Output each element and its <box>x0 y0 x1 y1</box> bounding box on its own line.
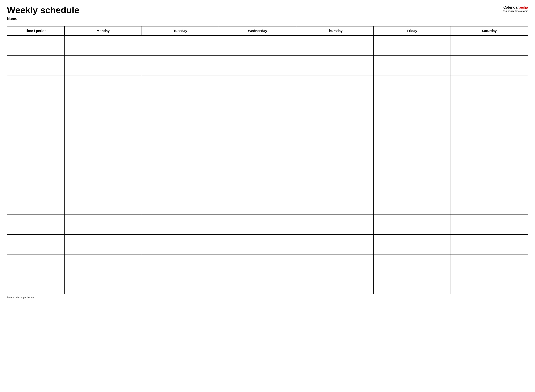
schedule-cell[interactable] <box>451 55 528 75</box>
schedule-cell[interactable] <box>296 115 373 135</box>
schedule-cell[interactable] <box>65 195 142 215</box>
schedule-cell[interactable] <box>65 215 142 234</box>
schedule-cell[interactable] <box>219 115 296 135</box>
schedule-cell[interactable] <box>142 155 219 175</box>
schedule-cell[interactable] <box>451 115 528 135</box>
schedule-cell[interactable] <box>451 215 528 234</box>
table-row <box>7 254 528 274</box>
schedule-cell[interactable] <box>373 95 451 115</box>
schedule-cell[interactable] <box>142 95 219 115</box>
schedule-cell[interactable] <box>373 215 451 234</box>
time-cell[interactable] <box>7 175 65 195</box>
schedule-cell[interactable] <box>142 195 219 215</box>
schedule-cell[interactable] <box>451 75 528 95</box>
schedule-cell[interactable] <box>65 115 142 135</box>
schedule-cell[interactable] <box>219 274 296 294</box>
schedule-cell[interactable] <box>65 55 142 75</box>
schedule-cell[interactable] <box>65 155 142 175</box>
schedule-cell[interactable] <box>219 75 296 95</box>
schedule-cell[interactable] <box>65 234 142 254</box>
schedule-cell[interactable] <box>219 254 296 274</box>
time-cell[interactable] <box>7 35 65 55</box>
schedule-cell[interactable] <box>142 175 219 195</box>
time-cell[interactable] <box>7 95 65 115</box>
time-cell[interactable] <box>7 254 65 274</box>
schedule-cell[interactable] <box>219 195 296 215</box>
time-cell[interactable] <box>7 55 65 75</box>
schedule-cell[interactable] <box>451 95 528 115</box>
schedule-cell[interactable] <box>373 175 451 195</box>
schedule-cell[interactable] <box>219 135 296 155</box>
time-cell[interactable] <box>7 155 65 175</box>
schedule-cell[interactable] <box>373 55 451 75</box>
time-cell[interactable] <box>7 75 65 95</box>
time-cell[interactable] <box>7 215 65 234</box>
schedule-cell[interactable] <box>296 75 373 95</box>
schedule-cell[interactable] <box>142 55 219 75</box>
header-wednesday: Wednesday <box>219 26 296 35</box>
table-row <box>7 135 528 155</box>
schedule-cell[interactable] <box>296 195 373 215</box>
schedule-cell[interactable] <box>373 115 451 135</box>
schedule-table: Time / period Monday Tuesday Wednesday T… <box>7 26 528 294</box>
schedule-cell[interactable] <box>142 35 219 55</box>
schedule-cell[interactable] <box>296 274 373 294</box>
schedule-cell[interactable] <box>451 35 528 55</box>
schedule-cell[interactable] <box>373 234 451 254</box>
table-row <box>7 115 528 135</box>
schedule-cell[interactable] <box>373 195 451 215</box>
schedule-cell[interactable] <box>142 135 219 155</box>
schedule-cell[interactable] <box>142 234 219 254</box>
schedule-cell[interactable] <box>219 55 296 75</box>
schedule-cell[interactable] <box>296 234 373 254</box>
schedule-cell[interactable] <box>65 135 142 155</box>
schedule-cell[interactable] <box>296 254 373 274</box>
schedule-cell[interactable] <box>219 35 296 55</box>
schedule-cell[interactable] <box>142 215 219 234</box>
schedule-cell[interactable] <box>65 95 142 115</box>
schedule-cell[interactable] <box>219 95 296 115</box>
time-cell[interactable] <box>7 135 65 155</box>
schedule-cell[interactable] <box>219 175 296 195</box>
schedule-cell[interactable] <box>296 215 373 234</box>
schedule-cell[interactable] <box>296 95 373 115</box>
schedule-cell[interactable] <box>296 35 373 55</box>
page-title: Weekly schedule <box>7 5 502 15</box>
schedule-cell[interactable] <box>65 254 142 274</box>
schedule-cell[interactable] <box>65 274 142 294</box>
schedule-cell[interactable] <box>373 35 451 55</box>
time-cell[interactable] <box>7 195 65 215</box>
schedule-cell[interactable] <box>296 175 373 195</box>
header-friday: Friday <box>373 26 451 35</box>
schedule-cell[interactable] <box>373 75 451 95</box>
schedule-cell[interactable] <box>219 155 296 175</box>
schedule-cell[interactable] <box>65 35 142 55</box>
time-cell[interactable] <box>7 274 65 294</box>
schedule-cell[interactable] <box>296 155 373 175</box>
schedule-cell[interactable] <box>373 155 451 175</box>
schedule-cell[interactable] <box>142 75 219 95</box>
schedule-cell[interactable] <box>142 115 219 135</box>
schedule-cell[interactable] <box>65 175 142 195</box>
time-cell[interactable] <box>7 115 65 135</box>
schedule-cell[interactable] <box>451 155 528 175</box>
schedule-cell[interactable] <box>451 135 528 155</box>
schedule-cell[interactable] <box>219 215 296 234</box>
schedule-cell[interactable] <box>142 254 219 274</box>
schedule-cell[interactable] <box>296 135 373 155</box>
schedule-cell[interactable] <box>373 254 451 274</box>
schedule-cell[interactable] <box>451 274 528 294</box>
schedule-cell[interactable] <box>451 254 528 274</box>
schedule-cell[interactable] <box>373 274 451 294</box>
time-cell[interactable] <box>7 234 65 254</box>
schedule-cell[interactable] <box>296 55 373 75</box>
name-label: Name: <box>7 16 502 21</box>
schedule-cell[interactable] <box>451 175 528 195</box>
schedule-cell[interactable] <box>451 234 528 254</box>
schedule-cell[interactable] <box>219 234 296 254</box>
logo-tagline: Your source for calendars <box>502 10 528 12</box>
schedule-cell[interactable] <box>65 75 142 95</box>
schedule-cell[interactable] <box>142 274 219 294</box>
schedule-cell[interactable] <box>451 195 528 215</box>
schedule-cell[interactable] <box>373 135 451 155</box>
